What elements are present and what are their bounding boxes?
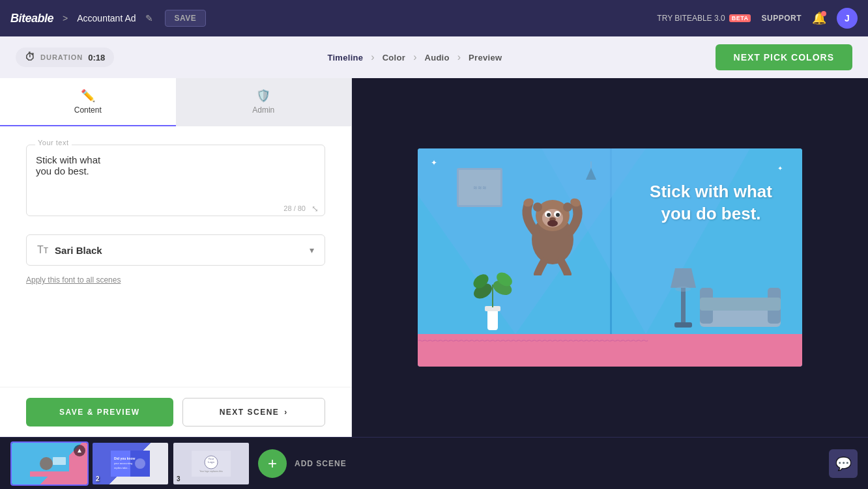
svg-point-36 xyxy=(135,458,145,469)
chat-icon: 💬 xyxy=(835,456,852,471)
plant-decoration xyxy=(473,265,512,333)
tab-content[interactable]: ✏️ Content xyxy=(0,78,176,126)
plant-svg xyxy=(473,265,512,330)
svg-rect-33 xyxy=(53,457,66,465)
font-left: Tт Sari Black xyxy=(37,244,102,256)
svg-text:your accounting: your accounting xyxy=(114,462,132,465)
scroll-up-indicator[interactable]: ▲ xyxy=(74,445,85,456)
add-scene-button[interactable]: + xyxy=(258,449,287,478)
next-scene-arrow: › xyxy=(284,408,288,417)
font-selector[interactable]: Tт Sari Black ▾ xyxy=(26,234,325,266)
pipeline-step-audio[interactable]: Audio xyxy=(424,53,449,63)
duration-value: 0:18 xyxy=(88,53,105,63)
tab-admin[interactable]: 🛡️ Admin xyxy=(176,78,352,126)
apply-font-button[interactable]: Apply this font to all scenes xyxy=(26,275,121,285)
scene-thumb-2: Did you know your accounting replies tak… xyxy=(93,443,168,484)
left-panel: ✏️ Content 🛡️ Admin Your text 28 / 80 ⤡ … xyxy=(0,78,352,437)
picture-frame: ≋≋≋ xyxy=(457,168,502,207)
svg-text:replies take...: replies take... xyxy=(114,466,130,469)
char-count-current: 28 xyxy=(283,204,291,212)
toolbar: ⏱ DURATION 0:18 Timeline › Color › Audio… xyxy=(0,36,868,78)
sloth-svg xyxy=(517,184,588,275)
top-nav: Biteable > Accountant Ad ✎ SAVE TRY BITE… xyxy=(0,0,868,36)
step-color-label: Color xyxy=(383,53,405,63)
pipeline: Timeline › Color › Audio › Preview xyxy=(114,51,715,63)
svg-rect-27 xyxy=(700,298,781,311)
pipeline-arrow-3: › xyxy=(457,51,461,63)
film-scene-1[interactable]: ▲ xyxy=(10,441,89,486)
scene-floor xyxy=(418,334,802,367)
step-preview-label: Preview xyxy=(469,53,502,63)
sofa-svg xyxy=(695,281,786,330)
chat-button[interactable]: 💬 xyxy=(829,449,858,478)
preview-area: ≋≋≋ xyxy=(352,78,868,437)
thumb1-svg xyxy=(30,451,69,477)
film-scene-3[interactable]: Your Logo Your logo replaces this 3 xyxy=(172,441,250,486)
beta-badge: BETA xyxy=(729,14,751,22)
add-icon: + xyxy=(268,454,277,473)
film-scene-2[interactable]: Did you know your accounting replies tak… xyxy=(91,441,169,486)
svg-text:Did you know: Did you know xyxy=(114,456,136,460)
thumb2-svg: Did you know your accounting replies tak… xyxy=(111,451,150,477)
nav-right: TRY BITEABLE 3.0 BETA SUPPORT 🔔 J xyxy=(657,8,858,29)
panel-footer: SAVE & PREVIEW NEXT SCENE › xyxy=(0,387,351,437)
save-button[interactable]: SAVE xyxy=(165,10,207,27)
pipeline-step-preview[interactable]: Preview xyxy=(469,53,502,63)
pipeline-arrow-2: › xyxy=(413,51,416,63)
pipeline-arrow-1: › xyxy=(371,51,374,63)
svg-rect-22 xyxy=(674,322,692,328)
char-count: 28 / 80 xyxy=(283,204,306,212)
next-scene-label: NEXT SCENE xyxy=(220,408,280,417)
hanging-decoration xyxy=(585,161,598,184)
main-content: ✏️ Content 🛡️ Admin Your text 28 / 80 ⤡ … xyxy=(0,78,868,437)
svg-rect-31 xyxy=(30,471,69,477)
svg-point-5 xyxy=(547,213,551,217)
svg-point-32 xyxy=(40,457,53,470)
duration-label: DURATION xyxy=(40,53,83,61)
next-pick-colors-button[interactable]: NEXT PICK COLORS xyxy=(716,44,852,70)
hanging-svg xyxy=(585,161,598,181)
svg-point-6 xyxy=(556,213,560,217)
svg-text:Logo: Logo xyxy=(208,460,214,464)
sparkle-left: ✦ xyxy=(431,158,437,167)
admin-tab-label: Admin xyxy=(252,105,274,115)
sofa-decoration xyxy=(695,281,786,333)
clock-icon: ⏱ xyxy=(25,51,35,63)
char-count-max: 80 xyxy=(298,204,306,212)
svg-point-11 xyxy=(533,203,542,212)
resize-icon: ⤡ xyxy=(311,204,319,214)
svg-marker-29 xyxy=(586,168,596,180)
filmstrip: ▲ Did you know your accounting replies t… xyxy=(0,437,868,489)
scene-overlay-text: Stick with what you do best. xyxy=(633,181,789,225)
picture-inner: ≋≋≋ xyxy=(459,170,500,205)
scene-num-3: 3 xyxy=(177,475,181,482)
scene-bg: ≋≋≋ xyxy=(418,148,802,367)
thumb3-svg: Your Logo Your logo replaces this xyxy=(192,451,231,477)
text-area-group: Your text 28 / 80 ⤡ xyxy=(26,145,325,219)
tabs: ✏️ Content 🛡️ Admin xyxy=(0,78,351,126)
notifications-button[interactable]: 🔔 xyxy=(812,11,826,25)
duration-pill: ⏱ DURATION 0:18 xyxy=(16,48,114,67)
project-name: Accountant Ad xyxy=(77,13,136,23)
scene-thumb-3: Your Logo Your logo replaces this xyxy=(173,443,249,484)
content-tab-icon: ✏️ xyxy=(81,89,95,103)
content-tab-label: Content xyxy=(74,105,102,115)
scene-preview: ≋≋≋ xyxy=(418,148,802,367)
admin-tab-icon: 🛡️ xyxy=(256,89,270,103)
try-biteable: TRY BITEABLE 3.0 BETA xyxy=(657,14,751,23)
support-link[interactable]: SUPPORT xyxy=(761,14,802,23)
pipeline-step-timeline[interactable]: Timeline xyxy=(327,53,363,63)
panel-content: Your text 28 / 80 ⤡ Tт Sari Black ▾ Appl… xyxy=(0,126,351,387)
chevron-down-icon: ▾ xyxy=(310,245,314,255)
scene-num-2: 2 xyxy=(96,475,100,482)
text-input[interactable] xyxy=(26,145,325,216)
pipeline-step-color[interactable]: Color xyxy=(383,53,405,63)
edit-project-name-button[interactable]: ✎ xyxy=(143,10,156,26)
sparkle-right: ✦ xyxy=(777,165,783,172)
avatar[interactable]: J xyxy=(837,8,858,29)
save-preview-button[interactable]: SAVE & PREVIEW xyxy=(26,398,173,426)
svg-rect-21 xyxy=(681,288,686,324)
next-scene-button[interactable]: NEXT SCENE › xyxy=(182,398,326,426)
add-scene-label: ADD SCENE xyxy=(295,459,347,468)
svg-point-8 xyxy=(547,220,558,227)
